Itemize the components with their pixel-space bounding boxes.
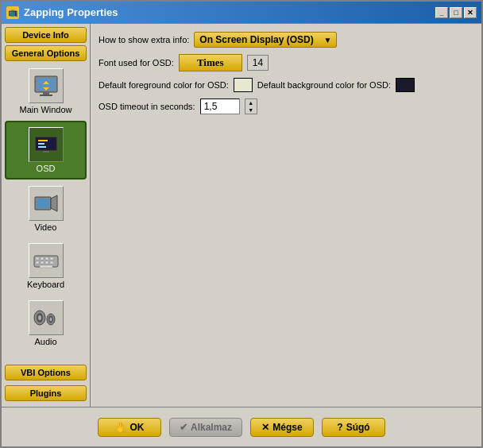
svg-rect-3 — [40, 95, 52, 96]
osd-label: OSD — [37, 164, 56, 173]
svg-rect-6 — [38, 140, 48, 141]
svg-rect-18 — [36, 261, 39, 264]
ok-label: OK — [129, 422, 144, 433]
timeout-input[interactable] — [200, 98, 240, 114]
sidebar-item-main-window[interactable]: Main Window — [5, 64, 87, 119]
video-icon — [29, 186, 64, 221]
font-size-display: 14 — [247, 55, 269, 71]
ok-icon: 🤚 — [114, 422, 126, 433]
audio-icon — [29, 300, 64, 335]
window-title: Zapping Properties — [24, 6, 118, 18]
svg-rect-22 — [40, 265, 52, 268]
apply-label: Alkalmaz — [191, 422, 232, 433]
sidebar-item-audio[interactable]: Audio — [5, 295, 87, 351]
extra-info-value: On Screen Display (OSD) — [199, 34, 313, 45]
bg-color-box[interactable] — [396, 78, 415, 92]
spinner-up-button[interactable]: ▲ — [245, 99, 257, 106]
svg-rect-21 — [50, 261, 53, 264]
ok-button[interactable]: 🤚 OK — [98, 418, 161, 437]
main-window-svg — [32, 71, 60, 100]
osd-icon — [29, 127, 64, 162]
audio-label: Audio — [34, 337, 56, 346]
content-area: Device Info General Options Main Window — [2, 24, 481, 407]
color-row: Default foreground color for OSD: Defaul… — [99, 78, 473, 92]
spacer — [99, 121, 473, 399]
title-bar: 📺 Zapping Properties _ □ ✕ — [2, 2, 481, 24]
sidebar-tab-device-info[interactable]: Device Info — [5, 27, 87, 43]
dropdown-arrow-icon: ▼ — [323, 36, 331, 44]
svg-rect-16 — [45, 257, 48, 260]
audio-svg — [32, 303, 60, 332]
svg-rect-7 — [38, 143, 44, 145]
main-window-icon — [29, 68, 64, 103]
close-button[interactable]: ✕ — [464, 7, 477, 18]
svg-rect-20 — [45, 261, 48, 264]
apply-button[interactable]: ✔ Alkalmaz — [169, 418, 242, 437]
main-window-label: Main Window — [19, 105, 71, 114]
svg-rect-17 — [50, 257, 53, 260]
spinner-down-button[interactable]: ▼ — [245, 106, 257, 114]
svg-rect-19 — [41, 261, 44, 264]
sidebar-bottom-tabs: VBI Options Plugins — [5, 365, 87, 404]
window-icon: 📺 — [6, 6, 19, 19]
svg-rect-2 — [43, 92, 49, 95]
svg-rect-14 — [36, 257, 39, 260]
title-bar-left: 📺 Zapping Properties — [6, 6, 118, 19]
sidebar-item-osd[interactable]: OSD — [5, 121, 87, 180]
video-label: Video — [35, 222, 57, 232]
svg-rect-15 — [41, 257, 44, 260]
timeout-spinner: ▲ ▼ — [245, 98, 257, 114]
keyboard-label: Keyboard — [27, 280, 64, 289]
sidebar: Device Info General Options Main Window — [2, 24, 91, 407]
sidebar-tab-general-options[interactable]: General Options — [5, 45, 87, 61]
svg-point-25 — [38, 315, 41, 320]
sidebar-item-video[interactable]: Video — [5, 181, 87, 237]
minimize-button[interactable]: _ — [435, 7, 448, 18]
main-panel: How to show extra info: On Screen Displa… — [91, 24, 481, 407]
extra-info-dropdown[interactable]: On Screen Display (OSD) ▼ — [194, 32, 337, 48]
cancel-label: Mégse — [272, 422, 302, 433]
title-buttons: _ □ ✕ — [435, 7, 477, 18]
fg-color-box[interactable] — [234, 78, 253, 92]
help-button[interactable]: ? Súgó — [322, 418, 385, 437]
svg-rect-11 — [37, 199, 49, 208]
fg-color-label: Default foreground color for OSD: — [99, 80, 229, 90]
extra-info-row: How to show extra info: On Screen Displa… — [99, 32, 473, 48]
sidebar-tab-plugins[interactable]: Plugins — [5, 385, 87, 401]
cancel-button[interactable]: ✕ Mégse — [250, 418, 314, 437]
sidebar-tab-vbi-options[interactable]: VBI Options — [5, 365, 87, 380]
timeout-label: OSD timeout in seconds: — [99, 102, 195, 111]
font-label: Font used for OSD: — [99, 58, 174, 68]
cancel-icon: ✕ — [261, 422, 269, 433]
video-svg — [32, 189, 60, 218]
font-row: Font used for OSD: Times 14 — [99, 54, 473, 71]
svg-point-28 — [49, 318, 52, 322]
timeout-row: OSD timeout in seconds: ▲ ▼ — [99, 98, 473, 114]
sidebar-item-keyboard[interactable]: Keyboard — [5, 238, 87, 294]
keyboard-svg — [32, 246, 60, 275]
svg-rect-8 — [38, 146, 46, 148]
font-name-display[interactable]: Times — [179, 54, 242, 71]
svg-marker-12 — [51, 195, 57, 211]
osd-svg — [32, 130, 60, 159]
keyboard-icon — [29, 243, 64, 278]
maximize-button[interactable]: □ — [450, 7, 462, 18]
main-window: 📺 Zapping Properties _ □ ✕ Device Info G… — [0, 0, 483, 448]
help-icon: ? — [337, 422, 342, 433]
footer: 🤚 OK ✔ Alkalmaz ✕ Mégse ? Súgó — [2, 407, 481, 446]
bg-color-label: Default background color for OSD: — [257, 80, 391, 90]
apply-icon: ✔ — [180, 422, 187, 433]
svg-rect-9 — [43, 151, 49, 153]
help-label: Súgó — [346, 422, 370, 433]
extra-info-label: How to show extra info: — [99, 35, 189, 44]
